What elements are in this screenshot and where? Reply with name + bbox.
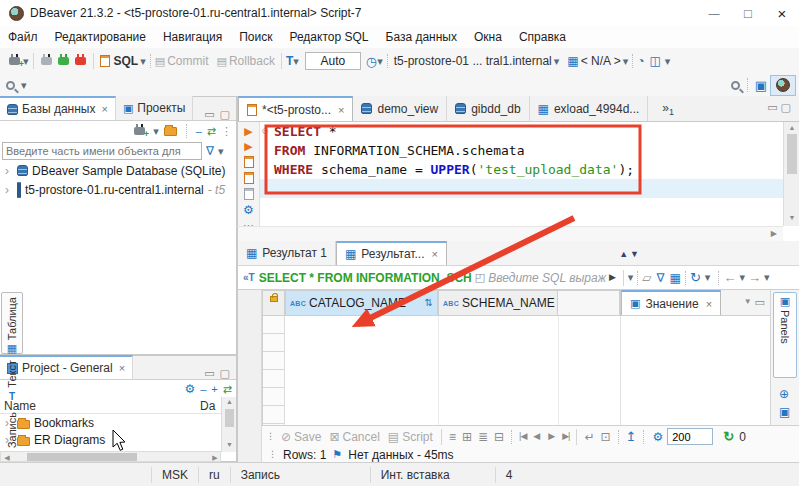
tree-item-t5-prostore[interactable]: › t5-prostore-01.ru-central1.internal - … [0, 180, 236, 199]
commit-button[interactable]: Commit [167, 54, 208, 68]
collapse-all-icon[interactable]: ‒ [196, 126, 202, 137]
refresh-icon[interactable]: ↻ [690, 271, 701, 284]
expander-icon[interactable]: › [5, 183, 13, 197]
view-menu-icon[interactable]: ⋮ [221, 126, 232, 137]
panel-minimize-icon[interactable]: ▭ [204, 368, 214, 379]
tab-result-1[interactable]: ▦ Результат 1 [238, 241, 336, 265]
goto-row-icon[interactable]: ↵ [584, 431, 594, 443]
execute-script-icon[interactable] [244, 156, 254, 168]
execute-script-new-icon[interactable] [244, 172, 254, 184]
nav-forward-icon[interactable]: → [748, 271, 761, 284]
tree-item-sample-database[interactable]: › DBeaver Sample Database (SQLite) [0, 161, 236, 180]
expand-filter-icon[interactable]: ◰ [475, 272, 485, 283]
history-dropdown-icon[interactable]: ▾ [377, 56, 383, 67]
filter-placeholder[interactable]: Введите SQL выраж [488, 271, 606, 285]
perspective-icon[interactable]: ▣ [755, 79, 767, 92]
tree-item-bookmarks[interactable]: › Bookmarks [0, 414, 236, 431]
editor-vscrollbar[interactable]: ▲ ▼ [783, 122, 799, 226]
active-filter-text[interactable]: SELECT * FROM INFORMATION_SCH [259, 271, 472, 285]
nav-new-connection-icon[interactable]: + [134, 127, 145, 135]
sql-line[interactable]: FROM INFORMATION_SCHEMA.schemata [260, 141, 783, 160]
fold-marker-icon[interactable]: ⊝ [262, 125, 268, 136]
connection-selector[interactable]: t5-prostore-01 ... tral1.internal [394, 54, 552, 68]
transaction-mode-icon[interactable]: T [286, 54, 293, 68]
dashboard-icon[interactable]: ◔ [637, 55, 644, 67]
export-data-icon[interactable]: ↥ [626, 430, 637, 443]
tab-text-presentation[interactable]: Текст T [1, 360, 23, 406]
databases-tab-close-icon[interactable]: × [101, 103, 107, 115]
editor-minimize-icon[interactable]: ▭ [767, 102, 777, 113]
execute-new-tab-icon[interactable]: ▶ [244, 141, 252, 152]
collapse-icon[interactable]: ‒ [200, 384, 206, 395]
close-button[interactable]: × [765, 0, 799, 26]
filter-funnel-icon[interactable]: ∇ [206, 145, 214, 157]
commit-mode-combo[interactable]: Auto [305, 52, 361, 70]
pin-result-icon[interactable]: ▲ [619, 250, 628, 259]
expand-icon[interactable]: + [211, 384, 217, 395]
filter-dropdown-icon[interactable]: ▾ [218, 146, 224, 157]
script-button[interactable]: Script [402, 430, 433, 444]
sql-line[interactable]: WHERE schema_name = UPPER('test_upload_d… [260, 160, 783, 179]
quick-search-icon[interactable] [731, 81, 740, 90]
apply-filter-icon[interactable]: ▶ [609, 273, 616, 282]
search-icon[interactable] [6, 81, 15, 90]
tab-databases[interactable]: Базы данных × [0, 96, 116, 120]
nav-connection-dropdown-icon[interactable]: ▾ [153, 126, 159, 137]
edit-row-icon[interactable]: ≡ [449, 431, 456, 443]
tab-value-viewer[interactable]: ▣ Значение × [621, 290, 721, 315]
new-folder-icon[interactable] [164, 127, 177, 136]
value-view-icon[interactable]: ▣ [779, 406, 790, 418]
database-selector[interactable]: < N/A > [581, 54, 621, 68]
database-dropdown-icon[interactable]: ▾ [623, 56, 629, 67]
menu-database[interactable]: База данных [386, 30, 457, 44]
link-icon[interactable]: ⇄ [223, 384, 232, 395]
value-minimize-icon[interactable]: ▭ [755, 297, 765, 308]
search-dropdown-icon[interactable]: ▾ [21, 80, 27, 91]
menu-search[interactable]: Поиск [239, 30, 272, 44]
column-header-date[interactable]: Da [200, 399, 215, 413]
sql-editor-button[interactable]: SQL [114, 54, 139, 68]
expander-icon[interactable]: › [5, 164, 13, 178]
last-row-icon[interactable]: ▶| [562, 432, 569, 441]
results-grid[interactable] [285, 316, 620, 425]
fetch-size-input[interactable] [667, 428, 713, 445]
save-button[interactable]: Save [294, 430, 321, 444]
panel-maximize-icon[interactable]: ▢ [220, 109, 230, 120]
sql-editor-icon[interactable] [100, 55, 110, 67]
tree-item-er-diagrams[interactable]: › ER Diagrams [0, 431, 236, 448]
disconnect-icon[interactable] [75, 57, 86, 65]
project-tab-close-icon[interactable]: × [119, 362, 125, 374]
explain-plan-icon[interactable] [244, 188, 254, 200]
nav-back-icon[interactable]: ← [723, 271, 736, 284]
auto-refresh-icon[interactable]: ↻ [723, 430, 734, 443]
connection-dropdown-icon[interactable]: ▾ [554, 56, 560, 67]
panels-toggle-button[interactable]: ▣ Panels [773, 292, 797, 378]
tasks-icon[interactable]: ◫ [649, 55, 660, 67]
panel-minimize-icon[interactable]: ▭ [204, 109, 214, 120]
project-hscrollbar[interactable]: ◀ ▶ [0, 451, 221, 462]
project-vscrollbar[interactable]: ▲ ▼ [221, 397, 236, 452]
link-editor-icon[interactable]: ⇄ [207, 126, 216, 137]
menu-window[interactable]: Окна [474, 30, 502, 44]
tab-grid-presentation[interactable]: Таблица ▦ [1, 292, 23, 354]
execute-statement-icon[interactable]: ▶ [244, 126, 252, 137]
filter-history-dropdown-icon[interactable]: ▾ [628, 272, 634, 283]
sql-dropdown-icon[interactable]: ▾ [140, 56, 146, 67]
column-header-catalog-name[interactable]: ABC CATALOG_NAME ⇅ [285, 290, 438, 316]
menu-edit[interactable]: Редактирование [55, 30, 146, 44]
next-row-icon[interactable]: ▶ [548, 432, 555, 441]
menu-help[interactable]: Справка [519, 30, 566, 44]
sql-line[interactable]: SELECT * [260, 122, 783, 141]
tab-demo-view[interactable]: demo_view [353, 96, 447, 121]
menu-sql-editor[interactable]: Редактор SQL [289, 30, 368, 44]
editor-hscrollbar[interactable]: ▶ [237, 226, 783, 241]
maximize-button[interactable]: □ [731, 0, 765, 26]
transaction-dropdown-icon[interactable]: ▾ [293, 56, 299, 67]
reconnect-icon[interactable] [58, 57, 69, 65]
cancel-button[interactable]: Cancel [342, 430, 379, 444]
new-connection-icon[interactable]: + [9, 57, 20, 65]
grid-corner-cell[interactable] [262, 290, 285, 316]
add-row-icon[interactable]: ⊞ [462, 431, 472, 443]
back-dropdown-icon[interactable]: ▾ [739, 272, 745, 283]
tab-gibdd-db[interactable]: gibdd_db [447, 96, 529, 121]
